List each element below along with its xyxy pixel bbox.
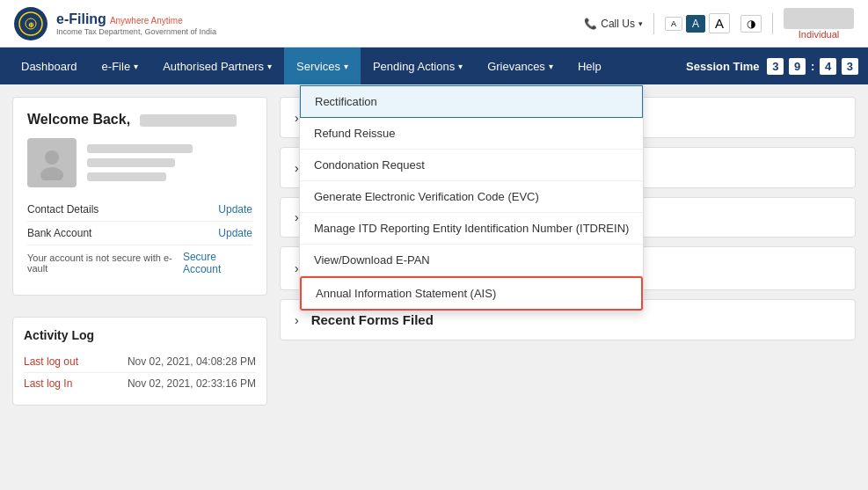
font-small-button[interactable]: A [665, 17, 682, 31]
contact-details-label: Contact Details [27, 203, 98, 216]
account-warning-text: Your account is not secure with e-vault [27, 252, 183, 274]
chevron-down-icon: ▾ [638, 19, 643, 28]
activity-log-title: Activity Log [24, 328, 256, 342]
profile-line-3 [87, 172, 166, 181]
welcome-panel: Welcome Back, Contact Details [12, 97, 267, 296]
bank-account-label: Bank Account [27, 227, 91, 239]
font-controls: A A A [665, 13, 730, 33]
activity-log-panel: Activity Log Last log out Nov 02, 2021, … [12, 317, 267, 406]
nav-authorised-partners[interactable]: Authorised Partners ▾ [150, 48, 284, 84]
nav-dashboard[interactable]: Dashboard [9, 48, 90, 84]
profile-line-1 [87, 144, 193, 153]
nav-help[interactable]: Help [565, 48, 614, 84]
chevron-right-icon: › [295, 161, 299, 175]
dropdown-item-condonation[interactable]: Condonation Request [300, 150, 643, 181]
user-info: Individual [784, 8, 854, 40]
logo-dept: Income Tax Department, Government of Ind… [56, 27, 216, 36]
font-medium-button[interactable]: A [686, 15, 705, 33]
chevron-down-icon: ▾ [458, 62, 463, 71]
svg-text:⊕: ⊕ [28, 21, 34, 29]
dropdown-item-itdrein[interactable]: Manage ITD Reporting Entity Identificati… [300, 213, 643, 245]
main-content: Welcome Back, Contact Details [0, 84, 868, 418]
contact-details-row: Contact Details Update [27, 198, 252, 222]
chevron-right-icon: › [295, 111, 299, 125]
header: ⊕ e-Filing Anywhere Anytime Income Tax D… [0, 0, 868, 48]
nav-efile[interactable]: e-File ▾ [90, 48, 151, 84]
welcome-title: Welcome Back, [27, 112, 252, 128]
chevron-down-icon: ▾ [344, 62, 348, 71]
chevron-right-icon: › [295, 261, 299, 275]
bank-account-row: Bank Account Update [27, 222, 252, 245]
phone-icon: 📞 [584, 18, 597, 30]
user-name-blur [784, 8, 854, 29]
logo-text: e-Filing Anywhere Anytime Income Tax Dep… [56, 11, 216, 36]
header-left: ⊕ e-Filing Anywhere Anytime Income Tax D… [14, 7, 216, 40]
activity-row-login: Last log In Nov 02, 2021, 02:33:16 PM [24, 373, 256, 394]
separator2 [772, 13, 773, 34]
activity-row-logout: Last log out Nov 02, 2021, 04:08:28 PM [24, 351, 256, 373]
svg-point-4 [40, 167, 63, 180]
session-time: Session Time 3 9 : 4 3 [685, 60, 859, 73]
avatar [27, 138, 77, 187]
chevron-down-icon: ▾ [134, 62, 138, 71]
dropdown-item-rectification[interactable]: Rectification [300, 85, 643, 118]
bank-account-update-link[interactable]: Update [218, 227, 252, 239]
contrast-button[interactable]: ◑ [740, 15, 762, 33]
last-login-value: Nov 02, 2021, 02:33:16 PM [128, 377, 256, 390]
svg-point-3 [45, 150, 59, 165]
nav-services[interactable]: Services ▾ [284, 48, 361, 84]
recent-forms-title: Recent Forms Filed [311, 312, 434, 327]
logo-efiling: e-Filing Anywhere Anytime [56, 11, 216, 27]
contact-details-update-link[interactable]: Update [218, 203, 252, 216]
last-login-label: Last log In [24, 377, 72, 390]
emblem-logo: ⊕ [14, 7, 47, 40]
profile-lines [87, 138, 193, 187]
separator [653, 13, 654, 34]
chevron-down-icon: ▾ [267, 62, 272, 71]
nav-grievances[interactable]: Grievances ▾ [475, 48, 565, 84]
user-type-label: Individual [784, 29, 854, 40]
header-right: 📞 Call Us ▾ A A A ◑ Individual [584, 8, 854, 40]
secure-account-link[interactable]: Secure Account [183, 251, 252, 275]
dropdown-item-epan[interactable]: View/Download E-PAN [300, 245, 643, 276]
last-logout-label: Last log out [24, 355, 78, 368]
last-logout-value: Nov 02, 2021, 04:08:28 PM [128, 355, 256, 368]
navbar: Dashboard e-File ▾ Authorised Partners ▾… [0, 48, 868, 84]
dropdown-item-refund-reissue[interactable]: Refund Reissue [300, 118, 643, 150]
user-name-blur [140, 114, 237, 127]
chevron-right-icon: › [295, 210, 299, 224]
profile-section [27, 138, 252, 187]
chevron-right-icon: › [295, 313, 299, 327]
account-security-row: Your account is not secure with e-vault … [27, 245, 252, 281]
call-us-button[interactable]: 📞 Call Us ▾ [584, 18, 643, 30]
chevron-down-icon: ▾ [549, 62, 553, 71]
font-large-button[interactable]: A [709, 13, 730, 33]
nav-pending-actions[interactable]: Pending Actions ▾ [361, 48, 475, 84]
profile-line-2 [87, 158, 175, 167]
dropdown-item-evc[interactable]: Generate Electronic Verification Code (E… [300, 181, 643, 213]
services-dropdown: Rectification Refund Reissue Condonation… [299, 84, 644, 311]
dropdown-item-ais[interactable]: Annual Information Statement (AIS) [300, 276, 643, 311]
